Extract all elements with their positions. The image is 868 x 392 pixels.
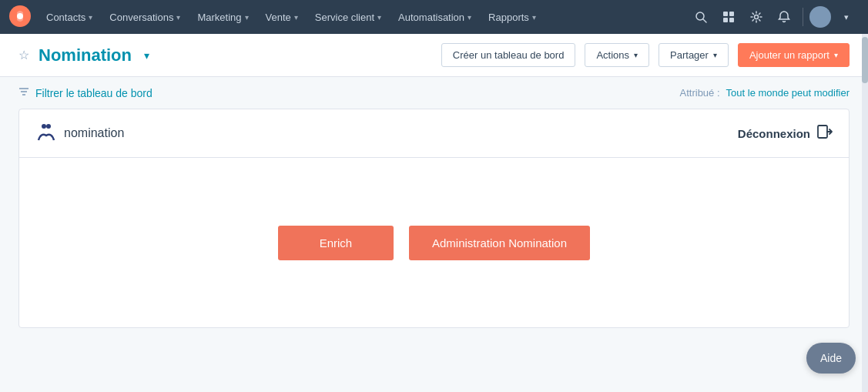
scrollbar[interactable] (862, 34, 868, 347)
title-dropdown-button[interactable]: ▾ (141, 48, 152, 63)
filter-label[interactable]: Filtrer le tableau de bord (35, 87, 152, 99)
svg-point-13 (46, 124, 51, 129)
nav-rapports[interactable]: Rapports ▾ (481, 0, 544, 34)
nav-automatisation[interactable]: Automatisation ▾ (390, 0, 479, 34)
hubspot-logo[interactable] (9, 5, 37, 29)
attribue-prefix: Attribué : (680, 87, 720, 99)
page-title: Nomination (39, 45, 132, 65)
add-report-chevron-icon: ▾ (834, 51, 838, 59)
nav-vente[interactable]: Vente ▾ (258, 0, 306, 34)
nav-marketing[interactable]: Marketing ▾ (189, 0, 256, 34)
logout-icon[interactable] (816, 123, 833, 144)
svg-point-12 (42, 124, 46, 129)
nomination-logo-text: nomination (64, 126, 124, 140)
grid-icon[interactable] (716, 5, 741, 29)
add-report-button[interactable]: Ajouter un rapport ▾ (738, 43, 850, 67)
deconnexion-area: Déconnexion (738, 123, 833, 144)
share-chevron-icon: ▾ (713, 51, 717, 59)
svg-rect-4 (723, 12, 728, 16)
svg-rect-6 (723, 18, 728, 22)
svg-rect-7 (729, 18, 734, 22)
nomination-card: nomination Déconnexion Enrich Administra… (18, 109, 850, 328)
filter-bar: Filtrer le tableau de bord Attribué : To… (0, 77, 868, 109)
nav-action-icons: ▾ (689, 5, 859, 29)
nav-service-client[interactable]: Service client ▾ (307, 0, 389, 34)
notifications-icon[interactable] (772, 5, 796, 29)
nav-divider (803, 8, 803, 26)
svg-point-8 (755, 15, 759, 19)
svg-rect-14 (818, 126, 827, 138)
main-content: nomination Déconnexion Enrich Administra… (0, 109, 868, 347)
chevron-down-icon: ▾ (468, 13, 471, 22)
top-navigation: Contacts ▾ Conversations ▾ Marketing ▾ V… (0, 0, 868, 34)
filter-icon (18, 86, 29, 99)
actions-chevron-icon: ▾ (634, 51, 638, 59)
nomination-logo-icon (35, 122, 58, 145)
settings-icon[interactable] (744, 5, 769, 29)
chevron-down-icon: ▾ (377, 13, 381, 22)
chevron-down-icon: ▾ (89, 13, 92, 22)
search-icon[interactable] (689, 5, 713, 29)
chevron-down-icon: ▾ (245, 13, 249, 22)
create-dashboard-button[interactable]: Créer un tableau de bord (441, 43, 576, 67)
scrollbar-thumb[interactable] (862, 37, 868, 83)
svg-point-1 (17, 13, 23, 19)
chevron-down-icon: ▾ (294, 13, 298, 22)
deconnexion-label: Déconnexion (738, 127, 810, 140)
sub-header: ☆ Nomination ▾ Créer un tableau de bord … (0, 34, 868, 77)
nav-conversations[interactable]: Conversations ▾ (102, 0, 188, 34)
svg-rect-5 (729, 12, 734, 16)
share-button[interactable]: Partager ▾ (659, 43, 729, 67)
chevron-down-icon: ▾ (176, 13, 180, 22)
nav-contacts[interactable]: Contacts ▾ (39, 0, 100, 34)
svg-line-3 (703, 19, 706, 22)
card-body: Enrich Administration Nomination (19, 158, 849, 327)
enrich-button[interactable]: Enrich (278, 226, 394, 260)
actions-button[interactable]: Actions ▾ (585, 43, 649, 67)
account-chevron-icon[interactable]: ▾ (834, 5, 859, 29)
attribue-value[interactable]: Tout le monde peut modifier (726, 87, 850, 99)
card-header: nomination Déconnexion (19, 109, 849, 158)
favorite-star-icon[interactable]: ☆ (18, 48, 29, 62)
avatar[interactable] (809, 6, 831, 28)
nomination-logo: nomination (35, 122, 124, 145)
chevron-down-icon: ▾ (532, 13, 536, 22)
administration-nomination-button[interactable]: Administration Nomination (409, 226, 590, 260)
